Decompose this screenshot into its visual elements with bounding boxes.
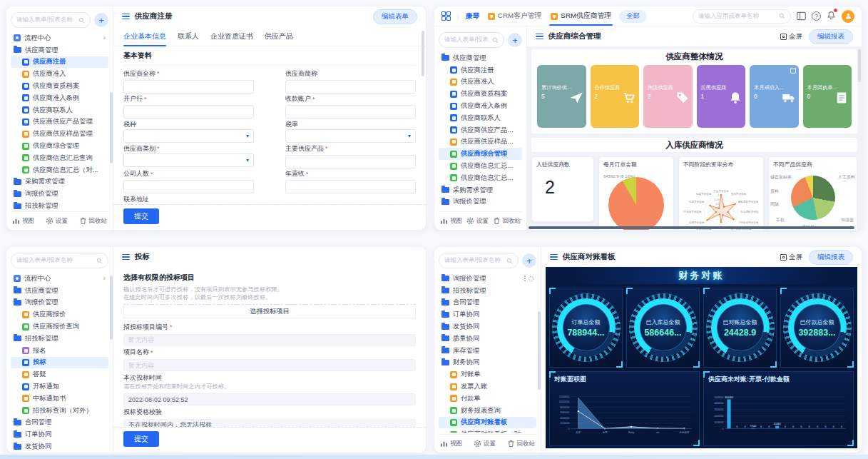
- sidebar-item-folder[interactable]: 合同管理: [11, 417, 108, 429]
- sidebar-item-sub[interactable]: 发票入账: [439, 380, 536, 393]
- overview-card[interactable]: 淘汰供应商2: [643, 65, 693, 128]
- sidebar-item-folder[interactable]: 询报价管理: [439, 273, 536, 285]
- sidebar-item-sub[interactable]: 招投标查询（对外）: [11, 405, 108, 417]
- footer-views[interactable]: 视图: [440, 440, 462, 448]
- report-menu-icon[interactable]: [550, 254, 558, 261]
- sidebar-item-sub[interactable]: 付款单: [439, 393, 536, 405]
- sidebar-item-folder[interactable]: 采购需求管理: [11, 176, 108, 188]
- sidebar-item-sub[interactable]: 报名: [11, 345, 108, 357]
- bar-chart-panel[interactable]: 供应商未对账:开票-付款金额 5000000400000030000002000…: [703, 371, 854, 446]
- stat-suppliers-tile[interactable]: 入驻供应商数 2: [531, 156, 594, 222]
- footer-settings[interactable]: 设置: [474, 440, 496, 448]
- sidebar-item-folder[interactable]: 供应商管理: [439, 52, 522, 64]
- sidebar-item-sub[interactable]: 供应商报价: [11, 308, 108, 321]
- sidebar-scrollbar[interactable]: [538, 311, 541, 390]
- gear-icon[interactable]: [529, 276, 533, 281]
- sidebar-item-sub[interactable]: 供应商准入: [439, 76, 522, 89]
- sidebar-item-group[interactable]: 流程中心›: [11, 32, 108, 44]
- sidebar-item-sub[interactable]: 财务报表查询: [439, 405, 536, 417]
- sidebar-item-folder[interactable]: 发货协同: [439, 321, 536, 333]
- monthly-order-pie-tile[interactable]: 每月订单金额 64592.9 (8.16%): [598, 156, 674, 230]
- sidebar-item-folder[interactable]: 采购需求管理: [439, 184, 522, 196]
- sidebar-item-sub[interactable]: 供应商注册: [439, 64, 522, 76]
- apps-grid-icon[interactable]: [441, 11, 451, 21]
- sidebar-item-sub[interactable]: 供应商资质档案: [11, 80, 108, 92]
- tab-srm[interactable]: SRM供应商管理: [549, 6, 613, 26]
- sidebar-item-sub[interactable]: 供应商供应产品管理: [11, 116, 108, 128]
- footer-settings[interactable]: 设置: [466, 217, 489, 226]
- sidebar-scrollbar[interactable]: [110, 276, 113, 340]
- sidebar-item-sub[interactable]: 供应商联系人: [11, 104, 108, 116]
- form-scrollbar[interactable]: [422, 31, 424, 76]
- product-pie-tile[interactable]: 不同产品供应商 键盘鼠标类原料间隔手机消耗品加湿器人工原料 人工原料海绵化妆品水…: [768, 156, 857, 230]
- q1-sidebar-search[interactable]: 请输入表单/报表名称: [11, 12, 91, 28]
- tab-3[interactable]: 供应产品: [265, 26, 293, 46]
- overview-card[interactable]: 合作供应商2: [591, 65, 640, 128]
- sidebar-item-group[interactable]: 流程中心›: [11, 273, 108, 285]
- horizontal-scrollbar[interactable]: [529, 226, 854, 229]
- sidebar-item-folder[interactable]: 订单协同: [439, 308, 536, 321]
- bid-time-value[interactable]: [123, 393, 416, 405]
- sidebar-item-sub[interactable]: 供应商信息汇总（对...: [11, 164, 108, 176]
- sidebar-item-sub[interactable]: 中标通知书: [11, 393, 108, 405]
- sidebar-item-folder[interactable]: 供应商管理: [11, 285, 108, 297]
- sidebar-scrollbar[interactable]: [110, 92, 113, 163]
- sidebar-item-sub[interactable]: 供应商对账看板: [439, 417, 536, 429]
- sidebar-item-folder[interactable]: 招投标管理: [439, 285, 536, 297]
- q4-sidebar-search[interactable]: 请输入表单/报表名称: [439, 253, 519, 268]
- sidebar-item-folder[interactable]: 合同管理: [439, 297, 536, 309]
- add-form-button[interactable]: +: [522, 253, 536, 268]
- sidebar-item-sub[interactable]: 供应商供应样品管理: [439, 136, 522, 148]
- sidebar-item-sub[interactable]: 供应商供应样品管理: [11, 128, 108, 140]
- sidebar-item-sub[interactable]: 供应商供应产品管理: [439, 124, 522, 136]
- area-chart-panel[interactable]: 对账面积图 1200000010000000800000060000004000…: [549, 371, 700, 446]
- stage-radar-tile[interactable]: 不同阶段的资审分布 0.250.50.751五金类供应商食品类供应商塑料原料类供…: [678, 156, 764, 230]
- sidebar-item-sub[interactable]: 供应商资质档案: [439, 88, 522, 100]
- tab-1[interactable]: 联系人: [178, 26, 199, 46]
- more-icon[interactable]: [524, 278, 526, 279]
- footer-views[interactable]: 视图: [12, 217, 34, 226]
- sidebar-item-sub[interactable]: 供应商注册: [11, 56, 108, 69]
- fullscreen-button[interactable]: 全屏: [780, 32, 802, 41]
- sidebar-item-sub[interactable]: 供应商准入条例: [11, 92, 108, 104]
- text-input[interactable]: [285, 105, 416, 118]
- panel-icon[interactable]: [797, 11, 806, 21]
- select-control[interactable]: ▾: [123, 129, 254, 143]
- submit-button[interactable]: 提交: [123, 208, 159, 224]
- sidebar-item-sub[interactable]: 供应商准入条例: [439, 100, 522, 112]
- sidebar-item-folder[interactable]: 招投标管理: [439, 208, 522, 210]
- global-search[interactable]: 请输入应用或表单名称: [693, 9, 791, 24]
- notifications-bell-icon[interactable]: [827, 10, 836, 23]
- edit-form-button[interactable]: 编辑表单: [373, 9, 417, 24]
- sidebar-item-folder[interactable]: 询报价管理: [11, 297, 108, 309]
- footer-recycle-bin[interactable]: 回收站: [493, 217, 521, 226]
- tab-crm[interactable]: CRM客户管理: [486, 6, 543, 26]
- sidebar-item-sub[interactable]: 开标通知: [11, 380, 108, 393]
- bid-project-no-input[interactable]: [123, 334, 416, 346]
- sidebar-item-sub[interactable]: 供应商报价查询: [11, 321, 108, 333]
- sidebar-item-folder[interactable]: 质量协同: [439, 333, 536, 345]
- workspace-name[interactable]: 康琴: [466, 11, 480, 21]
- all-apps-pill[interactable]: 全部: [619, 10, 647, 23]
- q2-sidebar-search[interactable]: 请输入表单/报表名称: [439, 32, 504, 48]
- sidebar-item-folder[interactable]: 供应商管理: [11, 44, 108, 56]
- overview-card[interactable]: 本月回执单...0: [803, 65, 852, 128]
- sidebar-item-folder[interactable]: 招投标管理: [11, 200, 108, 210]
- submit-button[interactable]: 提交: [123, 431, 159, 447]
- q3-sidebar-search[interactable]: 请输入表单/报表名称: [11, 253, 108, 268]
- sidebar-item-folder[interactable]: 订单协同: [11, 428, 108, 440]
- sidebar-item-sub[interactable]: 供应商综合管理: [439, 148, 522, 160]
- sidebar-item-sub[interactable]: 投标: [11, 357, 108, 369]
- sidebar-item-folder[interactable]: 库存管理: [439, 345, 536, 357]
- overview-card[interactable]: 累计询价供...5: [537, 65, 586, 128]
- sidebar-item-sub[interactable]: 供应商联系人: [439, 112, 522, 124]
- sidebar-item-folder[interactable]: 询报价管理: [439, 196, 522, 208]
- sidebar-item-folder[interactable]: 发货协同: [11, 440, 108, 453]
- text-input[interactable]: [123, 180, 254, 193]
- text-input[interactable]: [123, 105, 254, 118]
- avatar[interactable]: [842, 10, 854, 23]
- overview-card[interactable]: 拉黑供应商1: [697, 65, 746, 128]
- footer-recycle-bin[interactable]: 回收站: [79, 217, 108, 226]
- sidebar-item-sub[interactable]: 供应商综合管理: [11, 140, 108, 152]
- form-menu-icon[interactable]: [122, 14, 130, 20]
